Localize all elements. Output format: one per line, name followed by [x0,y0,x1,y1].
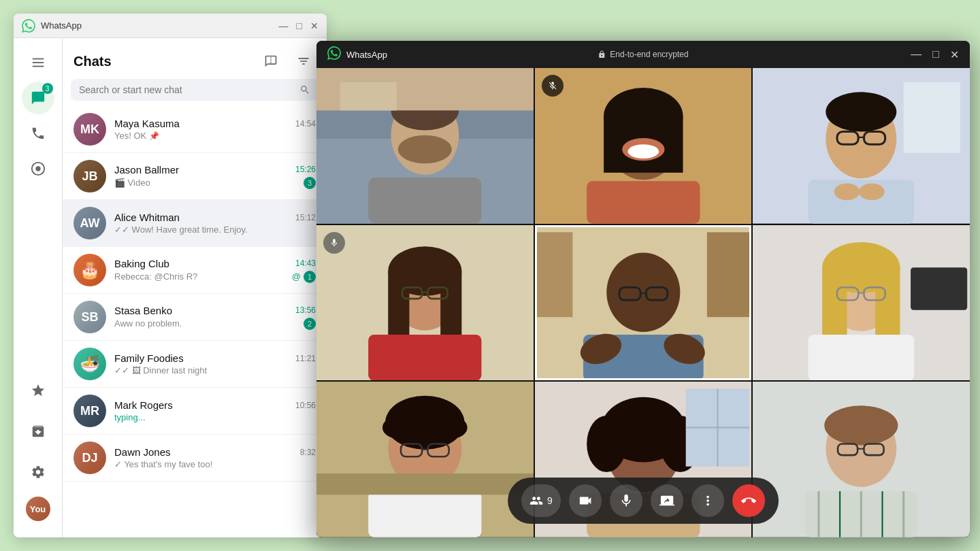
user-avatar[interactable]: You [26,497,50,521]
sidebar-item-status[interactable] [22,152,54,185]
sidebar-item-menu[interactable] [22,46,54,79]
main-window: WhatsApp — □ ✕ 3 [14,14,327,537]
chat-name-maya: Maya Kasuma [114,118,180,129]
sidebar: 3 You [14,38,63,537]
chat-item-alice[interactable]: AW Alice Whitman 15:12 ✓✓ Wow! Have grea… [63,200,327,247]
video-grid [316,68,970,537]
chat-preview-jason: 🎬 Video [114,178,150,188]
chat-info-baking: Baking Club 14:43 Rebecca: @Chris R? @ 1 [114,258,316,283]
chat-panel: Chats MK [63,38,327,537]
chat-header: Chats [63,38,327,79]
video-cell-7 [316,382,534,537]
screen-share-button[interactable] [651,484,683,517]
app-body: 3 You [14,38,327,537]
chat-item-jason[interactable]: JB Jason Ballmer 15:26 🎬 Video 3 [63,153,327,200]
chat-time-family: 11:21 [295,354,316,363]
video-close-btn[interactable]: ✕ [950,48,959,61]
call-controls: 9 [508,478,779,524]
svg-rect-47 [535,232,572,317]
more-options-button[interactable] [691,484,724,517]
maximize-btn[interactable]: □ [297,20,302,31]
svg-rect-19 [587,181,700,223]
video-cell-5 [535,225,752,381]
sidebar-item-calls[interactable] [22,117,54,150]
chat-name-dawn: Dawn Jones [114,446,171,458]
svg-rect-68 [316,473,534,495]
sidebar-item-settings[interactable] [22,456,54,488]
svg-rect-2 [32,66,44,67]
chat-info-stasa: Stasa Benko 13:56 Aww no problem. 2 [114,305,316,330]
search-bar[interactable] [71,79,318,101]
chat-preview-family: ✓✓ 🖼 Dinner last night [114,365,316,375]
chat-item-mark[interactable]: MR Mark Rogers 10:56 typing... [63,388,327,435]
svg-point-18 [627,144,659,158]
svg-rect-9 [368,178,481,224]
video-toggle-button[interactable] [569,484,602,517]
avatar-maya: MK [74,113,106,146]
chat-info-mark: Mark Rogers 10:56 typing... [114,399,316,422]
chat-time-dawn: 8:32 [300,448,316,457]
chat-info-maya: Maya Kasuma 14:54 Yes! OK 📌 [114,118,316,141]
chats-title: Chats [74,54,112,69]
end-call-icon [741,493,756,508]
minimize-btn[interactable]: — [279,20,289,31]
svg-rect-29 [904,82,960,153]
filter-button[interactable] [291,49,316,73]
chat-time-baking: 14:43 [295,258,316,268]
search-icon [299,84,310,95]
video-window: WhatsApp End-to-end encrypted — □ ✕ [316,41,970,537]
avatar-mark: MR [74,395,106,427]
video-encryption-label: End-to-end encrypted [598,50,688,59]
sidebar-item-chats[interactable]: 3 [22,82,54,114]
chat-item-family[interactable]: 🍜 Family Foodies 11:21 ✓✓ 🖼 Dinner last … [63,341,327,388]
video-maximize-btn[interactable]: □ [932,48,939,61]
sidebar-item-starred[interactable] [22,374,54,407]
end-call-button[interactable] [732,484,765,517]
svg-rect-52 [822,267,847,338]
chat-name-stasa: Stasa Benko [114,305,172,316]
chat-preview-maya: Yes! OK 📌 [114,131,316,141]
screen-share-icon [659,493,674,508]
svg-point-63 [439,417,468,438]
svg-point-27 [834,183,860,200]
chat-time-alice: 15:12 [295,213,316,222]
search-input[interactable] [79,84,299,95]
sidebar-item-archived[interactable] [22,415,54,448]
close-btn[interactable]: ✕ [310,20,318,31]
chat-item-dawn[interactable]: DJ Dawn Jones 8:32 ✓ Yes that's my fave … [63,435,327,482]
svg-rect-48 [707,232,752,317]
chat-name-family: Family Foodies [114,352,184,364]
svg-rect-1 [32,62,44,63]
video-minimize-btn[interactable]: — [911,48,921,61]
chat-header-actions [259,49,316,73]
pin-icon: 📌 [149,131,159,141]
avatar-dawn: DJ [74,441,106,474]
svg-point-22 [826,92,897,131]
video-whatsapp-logo [327,46,341,63]
lock-icon [598,50,606,59]
unread-badge-baking: 1 [304,271,316,283]
chat-item-baking[interactable]: 🎂 Baking Club 14:43 Rebecca: @Chris R? @ [63,247,327,294]
mic-toggle-button[interactable] [610,484,642,517]
chat-list: MK Maya Kasuma 14:54 Yes! OK 📌 [63,106,327,537]
svg-rect-58 [911,267,967,310]
avatar-baking: 🎂 [74,254,106,286]
participants-button[interactable]: 9 [521,484,561,517]
chat-item-maya[interactable]: MK Maya Kasuma 14:54 Yes! OK 📌 [63,106,327,153]
new-chat-button[interactable] [259,49,283,73]
mic-muted-2 [542,75,564,97]
video-cell-3 [753,68,970,224]
participants-icon [529,494,543,507]
chat-info-jason: Jason Ballmer 15:26 🎬 Video 3 [114,164,316,189]
chat-preview-stasa: Aww no problem. [114,318,182,329]
chat-name-alice: Alice Whitman [114,212,180,223]
main-title-bar: WhatsApp — □ ✕ [14,14,327,38]
avatar-family: 🍜 [74,348,106,380]
chat-preview-dawn: ✓ Yes that's my fave too! [114,459,316,469]
chat-info-family: Family Foodies 11:21 ✓✓ 🖼 Dinner last ni… [114,352,316,375]
svg-point-8 [398,135,452,164]
chat-info-alice: Alice Whitman 15:12 ✓✓ Wow! Have great t… [114,212,316,235]
participants-count: 9 [547,495,553,506]
chat-item-stasa[interactable]: SB Stasa Benko 13:56 Aww no problem. 2 [63,294,327,341]
svg-rect-0 [32,59,44,60]
